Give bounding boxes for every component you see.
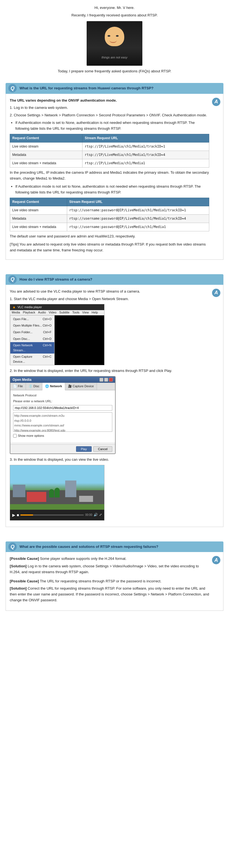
vlc-menu-video[interactable]: Video [49,310,57,315]
q2-icon: Q [8,275,17,284]
video-building [65,480,76,497]
vlc-menu-bar[interactable]: Media Playback Audio Video Subtitle Tool… [10,310,104,315]
answer-1-intro: The URL varies depending on the ONVIF au… [10,98,209,103]
header-image: things are not easy [87,21,142,66]
question-2-bar: Q How do I view RTSP streams of a camera… [6,274,223,285]
show-more-label[interactable]: Show more options [13,433,112,438]
table-1: Request Content Stream Request URL Live … [10,134,209,168]
bullet-1: If Authentication mode is set to None, a… [15,120,209,132]
vlc-screenshot: ▲ VLC media player Media Playback Audio … [10,304,105,365]
q2-step3: 3. In the window that is displayed, you … [10,457,209,463]
avatar [103,27,126,52]
q1-icon: Q [8,84,17,92]
tab-network-label: 🌐 Network [45,384,62,388]
intro-text: Recently, I frequently received question… [17,12,212,19]
video-progress[interactable] [20,515,84,516]
table-row: Live video stream + metadata rtsp://IP/L… [10,159,209,167]
minimize-btn[interactable] [99,378,103,382]
q2-section: Q How do I view RTSP streams of a camera… [6,274,223,527]
cause1-label: [Possible Cause] [10,557,39,561]
t1r1c2: rtsp://IP/LiveMedia/ch1/Media1/trackID=1 [82,142,209,151]
show-more-checkbox[interactable] [13,434,17,438]
vlc-open-folder[interactable]: Open Folder...Ctrl+F [10,329,54,336]
table-row: Live video stream rtsp://username:passwo… [10,206,209,214]
solution2-desc: Correct the URL for requesting streams t… [10,586,209,602]
list-item[interactable]: http://www.example.com/stream.m3u [14,413,111,418]
answer-1-intro-strong: The URL varies depending on the ONVIF au… [10,98,117,102]
list-item[interactable]: mms://www.example.com/stream.asf [14,423,111,428]
tab-capture[interactable]: 🎥 Capture Device [65,383,97,390]
q2-step2: 2. In the window that is displayed, ente… [10,368,209,374]
vlc-open-file[interactable]: Open File...Ctrl+O [10,316,54,323]
cause2-label: [Possible Cause] [10,579,39,583]
a3-icon: A [212,556,220,564]
t1r2c1: Metadata [10,151,83,159]
dialog-tabs: 📄 File 💿 Disc 🌐 Network 🎥 Capture Device [10,383,115,390]
tab-network[interactable]: 🌐 Network [42,383,65,390]
close-dialog-btn[interactable] [109,378,113,382]
question-3-bar: Q What are the possible causes and solut… [6,541,223,552]
table2-col1: Request Content [10,198,67,206]
vlc-menu-subtitle[interactable]: Subtitle [59,310,70,315]
t1r1c1: Live video stream [10,142,83,151]
solution1-label: [Solution] [10,564,27,568]
table-row: Metadata rtsp://username:password@IP/Liv… [10,214,209,223]
t2r1c2: rtsp://username:password@IP/LiveMedia/ch… [67,206,209,214]
dialog-play-button[interactable]: Play [76,446,91,452]
question-3-text: What are the possible causes and solutio… [20,545,158,549]
tab-disc[interactable]: 💿 Disc [26,383,42,390]
question-1-text: What is the URL for requesting streams f… [20,86,153,90]
page-container: Hi, everyone. Mr. V here. Recently, I fr… [0,0,229,611]
tab-file[interactable]: 📄 File [10,383,26,390]
vlc-menu-audio[interactable]: Audio [38,310,46,315]
q3-section: Q What are the possible causes and solut… [6,541,223,611]
dialog-url-list[interactable]: http://www.example.com/stream.m3u rtsp:/… [13,412,112,432]
video-car [79,496,93,502]
vlc-menu-view[interactable]: View [82,310,89,315]
q2-intro: You are advised to use the VLC media pla… [10,289,209,294]
maximize-btn[interactable] [104,378,108,382]
vlc-menu-media[interactable]: Media [12,310,20,315]
vlc-menu-help[interactable]: Help [92,310,98,315]
tab-disc-label: 💿 Disc [29,384,39,388]
vlc-open-capture[interactable]: Open Capture Device...Ctrl+C [10,353,54,365]
dialog-title: Open Media [12,377,31,382]
dialog-titlebar: Open Media [10,377,115,383]
step-2: 2. Choose Settings > Network > Platform … [10,113,209,118]
video-controls-bar: ▶ ■ 00:00 🔊 ⤢ [10,510,104,520]
dialog-titlebar-btns [99,378,113,382]
bullet-list-1: If Authentication mode is set to None, a… [15,120,209,132]
tip-text: [Tips] You are advised to request only l… [10,242,209,253]
vlc-open-clipboard[interactable]: Open Location from ClipboardCtrl+V [10,365,54,366]
video-play-btn[interactable]: ▶ [12,512,15,518]
answer-2-block: A You are advised to use the VLC media p… [6,285,223,527]
video-volume-btn[interactable]: 🔊 [94,512,98,518]
q3-icon: Q [8,542,17,551]
a2-icon: A [212,289,220,297]
q1-section: Q What is the URL for requesting streams… [6,83,223,259]
dialog-url-label: Please enter a network URL: [13,399,112,404]
video-stop-btn[interactable]: ■ [17,512,19,518]
vlc-menu-playback[interactable]: Playback [23,310,35,315]
list-item[interactable]: rtsp://0.0.0.0 [14,418,111,424]
dialog-url-input[interactable] [13,405,112,411]
cause-2-block: [Possible Cause] The URL for requesting … [10,579,209,603]
video-progress-fill [20,515,33,516]
bullet-2: If Authentication mode is not set to Non… [15,184,209,195]
bullet-list-2: If Authentication mode is not set to Non… [15,184,209,195]
tree-1 [49,489,54,497]
list-item[interactable]: http://www.example.org:8080/test.sdp [14,428,111,432]
t1r2c2: rtsp://IP/LiveMedia/ch1/Media1/trackID=4 [82,151,209,159]
vlc-open-disc[interactable]: Open Disc...Ctrl+D [10,336,54,342]
vlc-open-network[interactable]: Open Network Stream...Ctrl+N [10,342,54,353]
t2r3c2: rtsp://username:password@IP/LiveMedia/ch… [67,223,209,231]
vlc-menu-tools[interactable]: Tools [72,310,79,315]
t2r2c1: Metadata [10,214,67,223]
dialog-body: Network Protocol Please enter a network … [10,390,115,442]
dialog-cancel-button[interactable]: Cancel [93,446,112,452]
vlc-open-multiple[interactable]: Open Multiple Files...Ctrl+O [10,322,54,329]
video-fullscreen-btn[interactable]: ⤢ [99,512,102,518]
video-time: 00:00 [85,513,92,517]
table1-col2: Stream Request URL [82,134,209,142]
t1r3c1: Live video stream + metadata [10,159,83,167]
